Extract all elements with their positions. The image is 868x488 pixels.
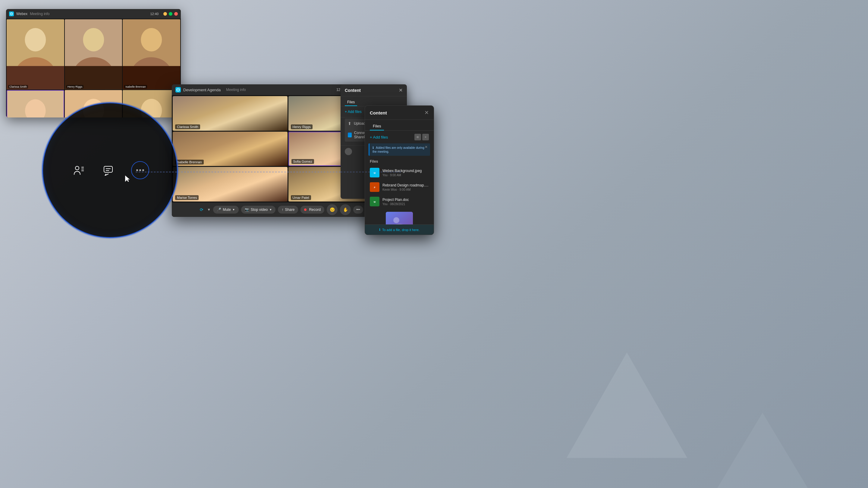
large-panel-close-btn[interactable]: ✕ bbox=[424, 109, 429, 116]
large-participant-name-2: Henry Riggs bbox=[291, 124, 313, 129]
file-item-2[interactable]: P Rebrand Design roadmap.ppt Kevin Woo ·… bbox=[365, 180, 434, 194]
bg-decoration-1 bbox=[567, 352, 687, 458]
webex-small-window: Webex Meeting info 12:40 Clarissa Smith bbox=[6, 9, 181, 118]
svg-text:P: P bbox=[374, 187, 375, 189]
small-panel-title: Content bbox=[345, 88, 361, 93]
record-dot-large-icon bbox=[304, 208, 307, 211]
svg-rect-39 bbox=[104, 166, 113, 172]
small-files-avatar bbox=[345, 148, 352, 155]
large-participant-name-5: Marise Torres bbox=[175, 195, 198, 200]
image-preview-area: image.png bbox=[365, 209, 434, 224]
large-more-btn[interactable]: ••• bbox=[353, 206, 363, 214]
more-dots-icon: ••• bbox=[356, 207, 360, 212]
file-meta-2: Kevin Woo · 9:00 AM bbox=[382, 188, 429, 191]
chat-icon bbox=[101, 163, 116, 178]
small-panel-header: Content ✕ bbox=[341, 84, 407, 96]
large-panel-files-tab[interactable]: Files bbox=[370, 122, 384, 130]
share-icon-large: ↑ bbox=[281, 207, 283, 212]
small-video-cell-2: Henry Riggs bbox=[65, 19, 122, 90]
svg-point-33 bbox=[393, 217, 399, 223]
audio-settings-icon: ▼ bbox=[207, 207, 211, 212]
large-stop-video-btn[interactable]: 📷 Stop video ▼ bbox=[241, 206, 276, 214]
small-add-files-btn[interactable]: + Add files bbox=[345, 110, 362, 114]
file-item-3[interactable]: W Project Plan.doc You · 08/28/2021 bbox=[365, 194, 434, 209]
large-webex-icon bbox=[176, 87, 181, 93]
large-video-cell-3: Isabelle Brennan bbox=[173, 132, 287, 166]
large-record-btn[interactable]: Record bbox=[301, 206, 324, 214]
small-title-bar: Webex Meeting info 12:40 bbox=[6, 9, 181, 19]
webex-app-icon bbox=[9, 11, 14, 16]
info-banner: ℹ Added files are only available during … bbox=[369, 143, 430, 156]
camera-icon-large: 📷 bbox=[245, 207, 249, 212]
large-meeting-info[interactable]: Meeting info bbox=[226, 88, 246, 92]
raise-hand-icon: ✋ bbox=[343, 207, 348, 212]
svg-point-6 bbox=[83, 28, 104, 52]
large-view-controls: ⊞ ≡ bbox=[414, 134, 429, 140]
file-icon-jpeg: W bbox=[370, 168, 379, 177]
small-panel-tabs: Files bbox=[341, 96, 407, 106]
large-panel-title: Content bbox=[370, 110, 387, 116]
file-meta-3: You · 08/28/2021 bbox=[382, 202, 429, 206]
large-raise-hand-btn[interactable]: ✋ bbox=[340, 204, 351, 215]
reactions-icon: 😊 bbox=[330, 207, 335, 212]
files-section-label: Files bbox=[365, 158, 434, 165]
svg-point-10 bbox=[141, 28, 162, 52]
file-name-2: Rebrand Design roadmap.ppt bbox=[382, 183, 429, 187]
file-name-1: Webex Background.jpeg bbox=[382, 169, 429, 173]
circle-inner bbox=[71, 161, 149, 179]
small-window-time: 12:40 bbox=[150, 12, 158, 16]
large-reactions-btn[interactable]: 😊 bbox=[327, 204, 338, 215]
content-panel-large: Content ✕ Files + Add files ⊞ ≡ ℹ Added … bbox=[365, 105, 434, 235]
participant-video-2 bbox=[65, 19, 122, 90]
video-chevron-icon: ▼ bbox=[269, 208, 272, 211]
large-participant-name-1: Clarissa Smith bbox=[175, 124, 200, 129]
large-add-files-btn[interactable]: + Add files bbox=[370, 135, 388, 139]
bg-decoration-2 bbox=[717, 413, 808, 488]
small-panel-close-btn[interactable]: ✕ bbox=[399, 87, 403, 93]
image-thumbnail: image.png bbox=[386, 212, 413, 224]
svg-text:W: W bbox=[374, 172, 376, 174]
small-video-cell-4: Sofia Gomez bbox=[7, 90, 64, 118]
drop-zone[interactable]: ℹ To add a file, drop it here. bbox=[365, 224, 434, 235]
large-audio-settings-btn[interactable]: ▼ bbox=[207, 207, 211, 212]
file-meta-1: You · 9:00 AM bbox=[382, 173, 429, 177]
small-window-app-name: Webex bbox=[16, 12, 27, 16]
large-participant-name-3: Isabelle Brennan bbox=[175, 160, 204, 164]
small-video-cell-3: Isabelle Brennan bbox=[123, 19, 180, 90]
svg-rect-32 bbox=[386, 212, 413, 224]
large-share-btn[interactable]: ↑ Share bbox=[278, 206, 298, 214]
small-minimize-btn[interactable] bbox=[163, 12, 167, 16]
small-close-btn[interactable] bbox=[174, 12, 178, 16]
circle-overlay bbox=[42, 102, 178, 238]
file-name-3: Project Plan.doc bbox=[382, 198, 429, 202]
small-panel-files-tab[interactable]: Files bbox=[345, 99, 357, 106]
file-list-area: W Webex Background.jpeg You · 9:00 AM P … bbox=[365, 165, 434, 224]
large-participant-name-4: Sofia Gomez bbox=[291, 159, 314, 164]
small-video-grid: Clarissa Smith Henry Riggs bbox=[6, 19, 181, 118]
small-maximize-btn[interactable] bbox=[169, 12, 173, 16]
info-icon: ℹ bbox=[373, 146, 374, 150]
svg-point-44 bbox=[142, 169, 144, 171]
info-banner-close-btn[interactable]: ✕ bbox=[425, 145, 428, 149]
webex-status-icon: ⟳ bbox=[200, 207, 204, 212]
upload-icon: ⬆ bbox=[348, 121, 351, 126]
participants-circle-btn[interactable] bbox=[71, 163, 86, 178]
onedrive-icon bbox=[348, 133, 352, 137]
large-mute-btn[interactable]: 🎤 Mute ▼ bbox=[213, 206, 239, 214]
small-window-subtitle: Meeting info bbox=[30, 12, 50, 16]
info-drop-icon: ℹ bbox=[379, 228, 380, 232]
file-info-3: Project Plan.doc You · 08/28/2021 bbox=[382, 198, 429, 206]
more-dots-circle-icon bbox=[131, 161, 149, 179]
small-participant-name-3: Isabelle Brennan bbox=[124, 85, 147, 89]
file-icon-doc: W bbox=[370, 197, 379, 206]
svg-point-35 bbox=[75, 166, 79, 170]
small-window-controls bbox=[163, 12, 178, 16]
large-list-view-btn[interactable]: ≡ bbox=[422, 134, 429, 140]
more-circle-btn[interactable] bbox=[131, 161, 149, 179]
large-video-cell-5: Marise Torres bbox=[173, 167, 287, 201]
file-item-1[interactable]: W Webex Background.jpeg You · 9:00 AM bbox=[365, 165, 434, 180]
mic-icon-large: 🎤 bbox=[217, 207, 221, 212]
chat-circle-btn[interactable] bbox=[101, 163, 116, 178]
large-grid-view-btn[interactable]: ⊞ bbox=[414, 134, 421, 140]
file-info-1: Webex Background.jpeg You · 9:00 AM bbox=[382, 169, 429, 177]
